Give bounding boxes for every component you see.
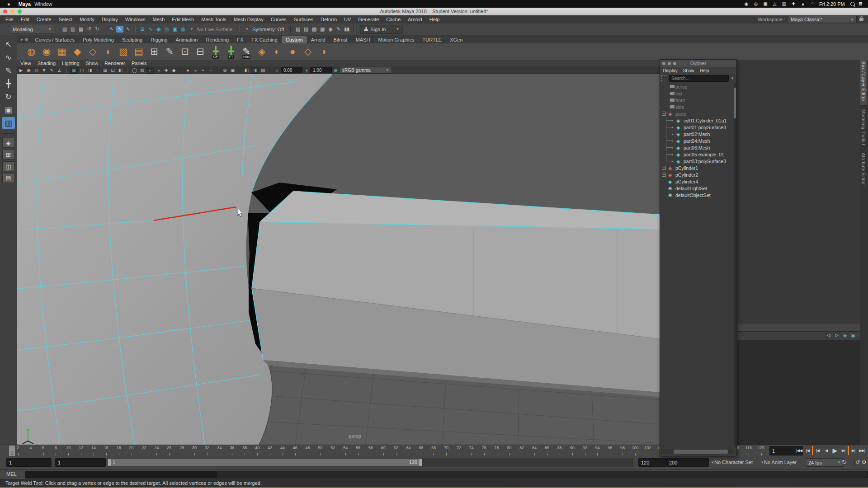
range-end-handle[interactable] [419, 459, 422, 466]
menu-display[interactable]: Display [98, 17, 122, 22]
eject-icon[interactable]: ▲ [801, 1, 805, 6]
anim-layer-selector[interactable]: No Anim Layer [764, 460, 797, 465]
layout-four-pane[interactable]: ⊞ [2, 150, 15, 160]
outliner-item-defaultLightSet[interactable]: ◉defaultLightSet [660, 185, 734, 192]
menu-edit-mesh[interactable]: Edit Mesh [168, 17, 198, 22]
shelf-menu-icon[interactable]: ▼ [20, 38, 24, 42]
shelf-tab-rendering[interactable]: Rendering [202, 36, 233, 43]
panel-menu-renderer[interactable]: Renderer [101, 61, 128, 66]
wireframe-icon[interactable]: ◯ [131, 67, 138, 73]
shelf-tab-fx[interactable]: FX [233, 36, 247, 43]
go-to-end-button[interactable]: ▶▶| [858, 446, 866, 455]
menu-surfaces[interactable]: Surfaces [290, 17, 317, 22]
occlusion-icon[interactable]: ◆ [170, 67, 177, 73]
scale-tool[interactable]: ▣ [2, 104, 15, 116]
step-back-key-button[interactable]: |◀ [812, 446, 822, 455]
live-surface-label[interactable]: No Live Surface [197, 27, 232, 32]
shelf-tab-sculpting[interactable]: Sculpting [118, 36, 146, 43]
camcorder-icon[interactable]: ▶ [18, 67, 24, 73]
animation-preferences-icon[interactable]: ⚙ [862, 459, 867, 465]
outliner-item-pCylinder2[interactable]: +◆pCylinder2 [660, 171, 734, 178]
empty-layer-icon[interactable]: ◈ [841, 332, 849, 339]
menu-edit[interactable]: Edit [17, 17, 33, 22]
outliner-menu-show[interactable]: Show [680, 68, 697, 73]
filter-icon[interactable] [661, 75, 667, 81]
poly-sphere-icon[interactable]: ◍ [24, 45, 38, 58]
shelf-tab-animation[interactable]: Animation [172, 36, 202, 43]
notification-center-icon[interactable]: ≣ [859, 1, 863, 7]
save-scene-icon[interactable]: ▦ [77, 26, 85, 33]
combine-icon[interactable]: ● [286, 45, 299, 58]
gamma-field[interactable]: 1.00 [310, 67, 332, 73]
macos-menu-window[interactable]: Window [31, 1, 56, 7]
current-frame-marker[interactable]: 1 [9, 446, 15, 456]
layer-from-selected-icon[interactable]: ◉ [849, 332, 857, 339]
use-lights-icon[interactable]: ◑ [155, 67, 162, 73]
target-weld-tool[interactable]: ▥ [2, 117, 15, 129]
record-icon[interactable]: ◉ [745, 1, 749, 6]
expander-icon[interactable]: + [662, 173, 666, 177]
menu-mesh-tools[interactable]: Mesh Tools [198, 17, 230, 22]
multi-cut-icon[interactable]: ▧ [117, 45, 130, 58]
shelf-tab-curves-surfaces[interactable]: Curves / Surfaces [31, 36, 78, 43]
gate-mask-icon[interactable]: ▫ [94, 67, 101, 73]
shelf-list-icon[interactable]: ≣ [25, 38, 28, 42]
step-forward-key-button[interactable]: ▶| [839, 446, 849, 455]
quad-draw-icon[interactable]: ⊞ [147, 45, 161, 58]
panel-menu-panels[interactable]: Panels [128, 61, 150, 66]
play-backwards-button[interactable]: ◀ [822, 446, 830, 455]
shelf-tab-bifrost[interactable]: Bifrost [330, 36, 352, 43]
auto-keyframe-icon[interactable]: ↺ [855, 459, 860, 465]
shelf-tab-xgen[interactable]: XGen [446, 36, 467, 43]
shelf-tab-fx-caching[interactable]: FX Caching [247, 36, 281, 43]
safe-title-icon[interactable]: ◧ [117, 67, 124, 73]
separate-panel-icon[interactable]: ◧ [243, 67, 250, 73]
outliner-item-side[interactable]: side [660, 103, 734, 110]
launch-render-icon[interactable]: ◉ [327, 26, 334, 33]
expander-icon[interactable]: − [662, 112, 666, 116]
panel-menu-show[interactable]: Show [83, 61, 102, 66]
poly-cube-icon[interactable]: ▦ [55, 45, 69, 58]
outliner-item-part03-polySurface3[interactable]: ▸◈part03:polySurface3 [660, 158, 734, 164]
menu-arnold[interactable]: Arnold [404, 17, 426, 22]
grid-toggle-icon[interactable]: ▦ [70, 67, 78, 74]
camera-bookmark-icon[interactable]: ◎ [33, 67, 40, 73]
shelf-tab-mash[interactable]: MASH [352, 36, 374, 43]
outliner-horizontal-scrollbar[interactable] [661, 449, 733, 454]
chevron-down-icon[interactable]: ▼ [711, 460, 714, 465]
fps-selector[interactable]: 24 fps▼ [806, 458, 844, 467]
snap-view-plane-icon[interactable]: ▣ [171, 26, 179, 33]
mirror-icon[interactable]: ◑ [316, 45, 330, 58]
separate-icon[interactable]: ◐ [270, 45, 284, 58]
outliner-window[interactable]: Outliner DisplayShowHelp Search... ▼ per… [660, 59, 737, 456]
fan-icon[interactable]: ✚ [792, 1, 795, 6]
poly-smooth-sphere-icon[interactable]: ◉ [40, 45, 53, 58]
workspace-selector[interactable]: Maya Classic*▼ [788, 16, 857, 23]
new-scene-icon[interactable]: ▤ [61, 26, 68, 33]
view-transform-selector[interactable]: sRGB gamma▼ [340, 67, 392, 74]
perspective-viewport[interactable]: ViewShadingLightingShowRendererPanels ▶◉… [17, 60, 703, 445]
panel-menu-lighting[interactable]: Lighting [59, 61, 83, 66]
undo-icon[interactable]: ↺ [85, 26, 93, 33]
go-to-start-button[interactable]: |◀◀ [795, 446, 803, 455]
safe-action-icon[interactable]: ⊡ [109, 67, 116, 73]
exposure-field[interactable]: 0.00 [281, 67, 302, 73]
shelf-tab-arnold[interactable]: Arnold [307, 36, 330, 43]
creative-cloud-icon[interactable]: ◎ [754, 1, 758, 6]
plane-icon[interactable]: ◓ [200, 67, 207, 73]
field-icon[interactable]: ◒ [192, 67, 199, 73]
command-line-label[interactable]: MEL [6, 471, 17, 477]
select-component-icon[interactable]: ↖ [124, 26, 132, 33]
menu-deform[interactable]: Deform [317, 17, 340, 22]
select-tool[interactable]: ↖ [2, 38, 15, 51]
side-tab-modeling-toolkit[interactable]: Modeling Toolkit [860, 106, 867, 150]
shelf-tab-motion-graphics[interactable]: Motion Graphics [374, 36, 418, 43]
outliner-title-bar[interactable]: Outliner [660, 60, 736, 67]
move-tool[interactable]: ╋ [2, 78, 15, 90]
pause-viewport-icon[interactable]: ▮▮ [343, 26, 350, 33]
chevron-down-icon[interactable]: ▼ [760, 460, 764, 465]
animation-start-field[interactable]: 1 [6, 458, 52, 467]
workspace-lock-icon[interactable] [859, 18, 863, 21]
shelf-tab-turtle[interactable]: TURTLE [419, 36, 446, 43]
2d-pan-zoom-icon[interactable]: ✎ [48, 67, 55, 73]
